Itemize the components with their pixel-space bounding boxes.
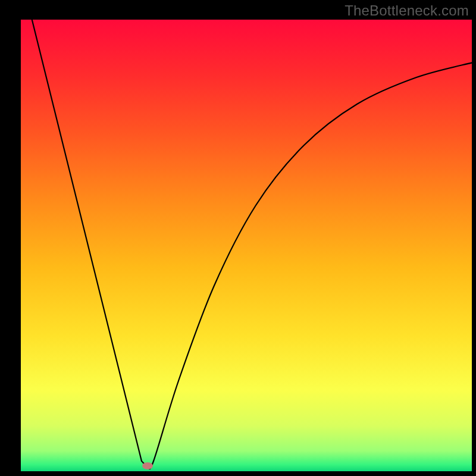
watermark-text: TheBottleneck.com: [345, 2, 469, 19]
bottleneck-chart: [0, 0, 476, 476]
vertex-marker: [142, 462, 153, 469]
chart-container: TheBottleneck.com: [0, 0, 476, 476]
